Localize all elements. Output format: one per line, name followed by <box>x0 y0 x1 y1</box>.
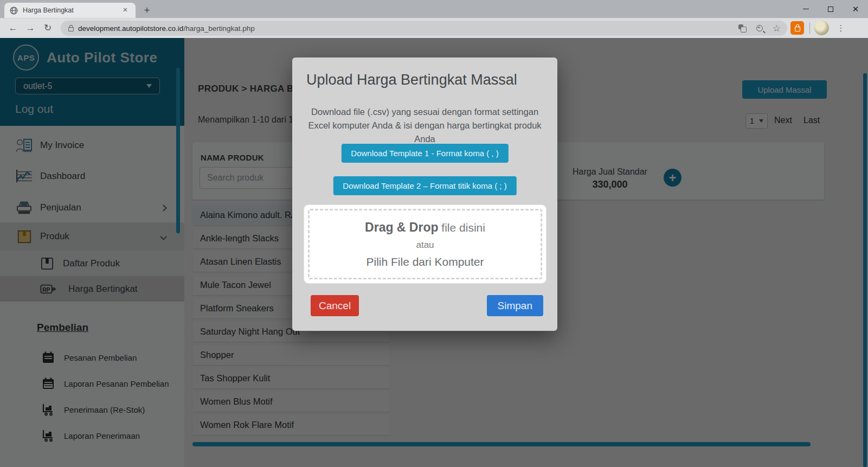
toolbar-separator <box>809 23 810 34</box>
minimize-icon <box>803 9 809 9</box>
screen: Harga Bertingkat × + ✕ ← → ↻ development… <box>0 0 868 467</box>
profile-avatar[interactable] <box>814 21 829 35</box>
translate-icon[interactable] <box>738 24 747 33</box>
globe-favicon-icon <box>10 7 18 15</box>
dropzone-pick-file-link[interactable]: Pilih File dari Komputer <box>366 255 484 268</box>
extension-button[interactable] <box>790 21 804 35</box>
upload-modal: Upload Harga Bertingkat Massal Download … <box>292 57 557 331</box>
url-domain: development.autopilotstore.co.id <box>78 24 183 33</box>
modal-description: Download file (.csv) yang sesuai dengan … <box>305 105 544 145</box>
download-template-1-button[interactable]: Download Template 1 - Format koma ( , ) <box>341 144 508 163</box>
dropzone-drag-text: Drag & Drop file disini <box>365 220 485 235</box>
forward-button[interactable]: → <box>23 21 38 36</box>
browser-menu-button[interactable]: ⋮ <box>834 21 847 36</box>
maximize-icon <box>828 7 833 12</box>
tab-close-icon[interactable]: × <box>120 5 130 15</box>
lock-icon <box>68 27 74 31</box>
simpan-button[interactable]: Simpan <box>487 295 543 316</box>
modal-title: Upload Harga Bertingkat Massal <box>306 72 517 88</box>
download-template-2-button[interactable]: Download Template 2 – Format titik koma … <box>333 176 516 195</box>
new-tab-button[interactable]: + <box>140 3 154 17</box>
page-content: APS Auto Pilot Store outlet-5 Log out <box>0 38 868 467</box>
shopping-bag-icon <box>795 27 800 31</box>
window-maximize-button[interactable] <box>818 0 843 18</box>
browser-frame: Harga Bertingkat × + ✕ <box>0 0 868 18</box>
file-dropzone[interactable]: Drag & Drop file disini atau Pilih File … <box>304 205 546 283</box>
tab-title: Harga Bertingkat <box>23 7 120 14</box>
reload-button[interactable]: ↻ <box>40 21 55 36</box>
window-close-button[interactable]: ✕ <box>843 0 868 18</box>
url-path: /harga_bertingkat.php <box>183 24 254 33</box>
zoom-icon[interactable] <box>756 25 763 31</box>
browser-tab[interactable]: Harga Bertingkat × <box>4 3 136 18</box>
bookmark-star-icon[interactable]: ☆ <box>773 24 781 33</box>
address-bar[interactable]: development.autopilotstore.co.id/harga_b… <box>61 21 787 36</box>
back-button[interactable]: ← <box>5 21 21 36</box>
dropzone-or-text: atau <box>416 240 434 251</box>
window-minimize-button[interactable] <box>793 0 818 18</box>
cancel-button[interactable]: Cancel <box>311 295 359 316</box>
